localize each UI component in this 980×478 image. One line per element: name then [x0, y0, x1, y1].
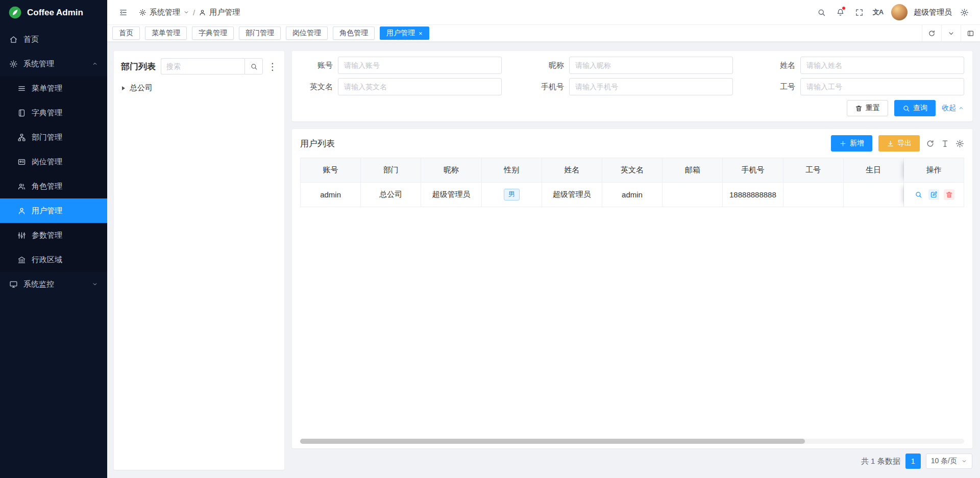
export-button[interactable]: 导出 — [878, 135, 920, 152]
chevron-up-icon — [958, 105, 964, 111]
current-user-name[interactable]: 超级管理员 — [914, 8, 952, 17]
table-header-row: 账号 部门 昵称 性别 姓名 英文名 邮箱 手机号 工号 生日 操作 — [301, 158, 964, 183]
close-tab-icon[interactable]: × — [419, 30, 423, 37]
cell-gender: 男 — [482, 183, 542, 207]
layout-icon — [967, 30, 974, 37]
field-label: 英文名 — [300, 82, 333, 92]
sidebar-item-label: 部门管理 — [32, 133, 62, 142]
top-header: 系统管理 / 用户管理 — [107, 0, 980, 25]
collapse-sidebar-button[interactable] — [114, 4, 132, 21]
refresh-tab-button[interactable] — [922, 25, 941, 41]
delete-row-button[interactable] — [944, 189, 954, 200]
breadcrumb-separator: / — [193, 8, 195, 17]
account-input[interactable] — [338, 57, 502, 74]
nickname-input[interactable] — [569, 57, 733, 74]
sidebar-item-home[interactable]: 首页 — [0, 27, 107, 52]
en-name-input[interactable] — [338, 78, 502, 95]
field-label: 手机号 — [531, 82, 564, 92]
open-tabs: 首页 菜单管理 字典管理 部门管理 岗位管理 角色管理 用户管理 × — [107, 25, 922, 41]
sidebar-group-system[interactable]: 系统管理 — [0, 52, 107, 76]
sidebar-item-label: 行政区域 — [32, 255, 62, 265]
tree-node-head-office[interactable]: 总公司 — [121, 82, 277, 94]
tab-dict-mgmt[interactable]: 字典管理 — [192, 27, 234, 40]
pagination: 共 1 条数据 1 10 条/页 — [292, 452, 972, 470]
clear-icon — [855, 105, 863, 112]
fullscreen-icon — [855, 8, 864, 17]
page-size-select[interactable]: 10 条/页 — [926, 454, 972, 469]
sidebar-item-menu-mgmt[interactable]: 菜单管理 — [0, 76, 107, 100]
user-list-card: 用户列表 新增 导出 — [292, 129, 972, 448]
phone-input[interactable] — [569, 78, 733, 95]
name-input[interactable] — [800, 57, 964, 74]
field-label: 昵称 — [531, 61, 564, 70]
plus-icon — [839, 140, 847, 147]
tab-list-dropdown-button[interactable] — [941, 25, 961, 41]
breadcrumb-system-mgmt[interactable]: 系统管理 — [139, 8, 189, 17]
sidebar-item-param-mgmt[interactable]: 参数管理 — [0, 223, 107, 247]
total-count-text: 共 1 条数据 — [861, 457, 900, 466]
tree-expand-caret-icon[interactable] — [122, 86, 125, 90]
reset-button[interactable]: 重置 — [847, 100, 888, 116]
view-row-button[interactable] — [913, 189, 924, 200]
col-name: 姓名 — [542, 158, 602, 183]
main-area: 系统管理 / 用户管理 — [107, 0, 980, 478]
query-button[interactable]: 查询 — [894, 100, 936, 116]
search-icon — [902, 105, 910, 112]
field-label: 工号 — [763, 82, 795, 92]
sidebar-item-user-mgmt[interactable]: 用户管理 — [0, 198, 107, 223]
bank-icon — [17, 256, 26, 264]
tree-node-label: 总公司 — [130, 83, 153, 93]
global-search-button[interactable] — [813, 4, 830, 21]
department-search-button[interactable] — [244, 58, 263, 74]
sidebar-item-dept-mgmt[interactable]: 部门管理 — [0, 125, 107, 149]
cell-work-no — [783, 183, 844, 207]
row-height-button[interactable] — [941, 139, 949, 148]
chevron-down-icon — [947, 30, 955, 37]
language-switch-button[interactable]: 文A — [869, 4, 887, 21]
breadcrumb-label: 用户管理 — [209, 8, 240, 17]
avatar[interactable] — [891, 4, 908, 20]
chevron-down-icon — [183, 9, 189, 15]
sidebar-item-label: 岗位管理 — [32, 157, 62, 167]
sidebar-group-monitor[interactable]: 系统监控 — [0, 272, 107, 296]
field-name: 姓名 — [763, 57, 964, 74]
sidebar-item-post-mgmt[interactable]: 岗位管理 — [0, 149, 107, 174]
content-fullscreen-button[interactable] — [961, 25, 980, 41]
tab-post-mgmt[interactable]: 岗位管理 — [286, 27, 328, 40]
settings-button[interactable] — [955, 4, 973, 21]
sliders-icon — [17, 231, 26, 240]
notifications-button[interactable] — [831, 4, 849, 21]
department-more-button[interactable]: ⋮ — [268, 61, 277, 72]
field-label: 账号 — [300, 61, 333, 70]
department-list-title: 部门列表 — [121, 61, 156, 72]
tab-dept-mgmt[interactable]: 部门管理 — [239, 27, 281, 40]
cell-birthday — [844, 183, 904, 207]
sidebar-item-role-mgmt[interactable]: 角色管理 — [0, 174, 107, 198]
department-search-input[interactable] — [161, 58, 244, 74]
fullscreen-button[interactable] — [850, 4, 868, 21]
tab-menu-mgmt[interactable]: 菜单管理 — [145, 27, 187, 40]
collapse-filters-button[interactable]: 收起 — [942, 104, 964, 113]
horizontal-scrollbar-thumb[interactable] — [300, 439, 805, 444]
breadcrumb-user-mgmt[interactable]: 用户管理 — [199, 8, 240, 17]
collapse-menu-icon — [119, 8, 128, 17]
field-nickname: 昵称 — [531, 57, 733, 74]
col-account: 账号 — [301, 158, 361, 183]
tab-home[interactable]: 首页 — [112, 27, 140, 40]
sidebar-item-dict-mgmt[interactable]: 字典管理 — [0, 100, 107, 125]
tab-user-mgmt[interactable]: 用户管理 × — [380, 27, 429, 40]
sidebar-item-region-mgmt[interactable]: 行政区域 — [0, 247, 107, 272]
table-settings-button[interactable] — [955, 139, 964, 148]
sidebar-item-label: 菜单管理 — [32, 84, 62, 93]
cell-actions — [904, 183, 964, 207]
department-panel: 部门列表 ⋮ 总公司 — [114, 51, 284, 470]
edit-row-button[interactable] — [928, 189, 939, 200]
trash-icon — [945, 191, 953, 198]
page-number-button[interactable]: 1 — [905, 454, 921, 469]
tab-role-mgmt[interactable]: 角色管理 — [333, 27, 375, 40]
work-no-input[interactable] — [800, 78, 964, 95]
add-user-button[interactable]: 新增 — [831, 135, 872, 152]
chevron-down-icon — [92, 281, 98, 287]
brand-name: Coffee Admin — [27, 8, 83, 18]
refresh-table-button[interactable] — [926, 139, 935, 148]
